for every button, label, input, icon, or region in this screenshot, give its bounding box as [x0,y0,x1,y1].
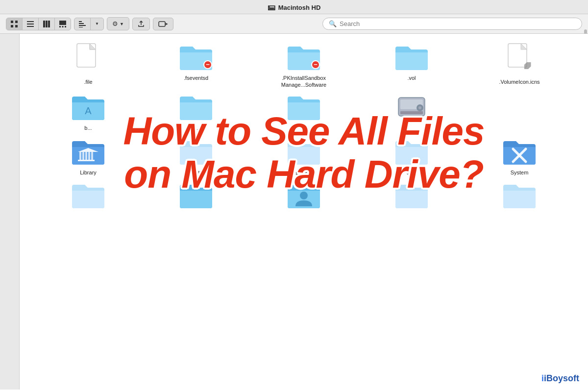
title-bar: 🖴 Macintosh HD [0,0,588,14]
svg-point-38 [300,192,308,199]
folder-icon [394,181,429,210]
svg-rect-7 [43,21,45,27]
svg-rect-1 [15,21,18,23]
action-btn[interactable]: ⚙▼ [107,17,129,30]
file-grid-row2: A b... c... [34,93,573,131]
view-icon-btn[interactable] [6,18,23,30]
folder-icon [179,181,213,210]
tag-btn[interactable] [153,18,173,30]
list-item[interactable]: c... [142,93,250,131]
view-buttons-group [6,18,71,30]
folder-icon [394,137,429,167]
svg-rect-32 [88,152,90,160]
svg-rect-18 [159,22,165,26]
view-columns-btn[interactable] [39,18,55,30]
svg-rect-12 [62,26,64,27]
folder-user-icon [287,181,321,210]
file-grid-row4 [34,181,573,210]
svg-rect-11 [59,26,61,27]
window-title: Macintosh HD [278,4,321,11]
item-label: e... [300,124,307,131]
list-item[interactable]: .PKInstallSandboxManage...Software [250,43,358,89]
svg-rect-14 [79,21,82,22]
item-label: .vol [407,74,416,81]
folder-icon [287,93,321,122]
item-label: private [295,169,312,176]
svg-point-28 [418,106,421,109]
watermark-text: iBoysoft [544,373,579,383]
search-bar[interactable]: 🔍 [322,18,582,30]
svg-rect-4 [27,21,34,22]
file-grid-row1: .file .fseventsd [34,43,573,89]
svg-rect-10 [59,21,66,25]
svg-rect-13 [65,26,66,27]
folder-library-icon [71,137,105,167]
sort-btn[interactable] [74,18,91,30]
list-item[interactable]: .vol [358,43,466,89]
sort-chevron-btn[interactable]: ▼ [91,19,103,28]
share-btn[interactable] [132,18,150,30]
search-icon: 🔍 [329,20,337,27]
folder-icon [71,181,105,210]
svg-rect-26 [400,111,423,114]
item-label: .file [84,78,92,85]
svg-rect-9 [48,21,50,27]
list-item[interactable]: .fseventsd [142,43,250,89]
list-item[interactable]: System [466,137,573,176]
svg-rect-5 [27,24,34,24]
svg-rect-8 [46,21,48,27]
view-gallery-btn[interactable] [55,18,71,30]
list-item[interactable]: opt [142,137,250,176]
svg-rect-0 [11,21,13,23]
file-icon [75,43,102,76]
file-grid-row3: Library opt [34,137,573,176]
svg-rect-6 [27,26,34,27]
hdd-icon [394,93,429,122]
svg-text:A: A [85,105,92,116]
search-input[interactable] [340,20,576,27]
svg-rect-15 [79,23,84,24]
list-item[interactable] [358,181,466,210]
item-label: .fseventsd [184,74,208,81]
list-item[interactable] [250,181,358,210]
item-label: Library [80,169,97,176]
svg-rect-16 [79,25,86,26]
folder-icon [179,43,213,72]
item-label: b... [84,124,92,131]
folder-icon [179,137,213,167]
list-item[interactable] [466,93,573,131]
list-item[interactable]: e... [250,93,358,131]
svg-rect-30 [82,152,84,160]
folder-system-icon [502,137,537,167]
toolbar: ▼ ⚙▼ 🔍 [0,14,588,34]
view-list-btn[interactable] [23,18,39,30]
item-label: sbin [407,169,416,176]
svg-rect-3 [15,25,18,27]
folder-icon [287,137,321,167]
badge-red [311,60,320,69]
sidebar [0,34,20,390]
item-label: System [511,169,529,176]
svg-rect-29 [79,152,81,160]
list-item[interactable]: .VolumeIcon.icns [466,43,573,89]
watermark: iiBoysoft [541,373,579,384]
list-item[interactable]: Library [34,137,142,176]
list-item[interactable] [466,181,573,210]
list-item[interactable]: private [250,137,358,176]
folder-icon: A [71,93,105,122]
svg-rect-34 [78,160,95,161]
svg-rect-2 [11,25,13,27]
item-label: .PKInstallSandboxManage...Software [281,74,326,89]
list-item[interactable]: sbin [358,137,466,176]
list-item[interactable] [358,93,466,131]
list-item[interactable] [34,181,142,210]
folder-icon [394,43,429,72]
list-item[interactable] [142,181,250,210]
file-icon [506,43,533,76]
folder-icon [287,43,321,72]
list-item[interactable]: .file [34,43,142,89]
main-content: .file .fseventsd [0,34,588,390]
list-item[interactable]: A b... [34,93,142,131]
item-label: opt [192,169,199,176]
svg-rect-33 [91,152,93,160]
